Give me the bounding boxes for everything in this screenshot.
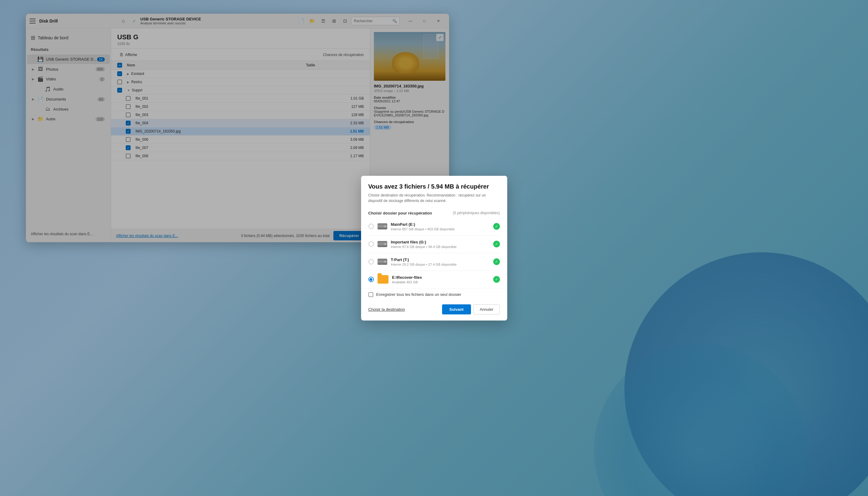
device-ok-tpart: ✓ (493, 258, 500, 265)
radio-tpart[interactable] (368, 259, 374, 264)
modal-checkbox-row: Enregistrer tous les fichiers dans un se… (361, 288, 507, 301)
devices-count: (5 périphériques disponibles) (453, 211, 500, 215)
device-detail-mainpart: Interne 857 GB disque • 403 GB disponibl… (391, 227, 489, 231)
modal-footer: Choisir la destination Suivant Annuler (361, 301, 507, 321)
modal-device-list: MainPart (E:) Interne 857 GB disque • 40… (361, 218, 507, 288)
radio-recover[interactable] (368, 277, 374, 282)
device-info-important: Important files (G:) Interne 97.6 GB dis… (391, 240, 489, 249)
recovery-modal: Vous avez 3 fichiers / 5.94 MB à récupér… (361, 176, 507, 321)
hdd-icon-mainpart (377, 223, 387, 229)
modal-header: Vous avez 3 fichiers / 5.94 MB à récupér… (361, 176, 507, 207)
choose-destination-button[interactable]: Choisir la destination (368, 307, 405, 312)
modal-btn-group: Suivant Annuler (442, 304, 500, 314)
single-folder-label: Enregistrer tous les fichiers dans un se… (376, 292, 462, 297)
device-name-tpart: T-Part (T:) (391, 258, 489, 262)
modal-title: Vous avez 3 fichiers / 5.94 MB à récupér… (368, 183, 500, 190)
device-option-important[interactable]: Important files (G:) Interne 97.6 GB dis… (368, 235, 500, 253)
next-button[interactable]: Suivant (442, 304, 471, 314)
device-ok-mainpart: ✓ (493, 223, 500, 230)
device-name-important: Important files (G:) (391, 240, 489, 244)
device-ok-important: ✓ (493, 241, 500, 247)
single-folder-checkbox[interactable] (368, 292, 373, 297)
device-ok-recover: ✓ (493, 276, 500, 283)
radio-mainpart[interactable] (368, 223, 374, 229)
cancel-button[interactable]: Annuler (473, 304, 500, 314)
folder-shape (377, 275, 388, 284)
device-name-recover: E:\Recover-files (392, 275, 489, 280)
device-detail-recover: Available 403 GB (392, 280, 489, 284)
modal-overlay[interactable]: Vous avez 3 fichiers / 5.94 MB à récupér… (0, 0, 868, 496)
device-info-tpart: T-Part (T:) Interne 29.2 GB disque • 27.… (391, 258, 489, 266)
device-option-mainpart[interactable]: MainPart (E:) Interne 857 GB disque • 40… (368, 218, 500, 235)
hdd-icon-important (377, 241, 387, 247)
device-info-mainpart: MainPart (E:) Interne 857 GB disque • 40… (391, 222, 489, 231)
device-option-recover[interactable]: E:\Recover-files Available 403 GB ✓ (368, 271, 500, 288)
device-option-tpart[interactable]: T-Part (T:) Interne 29.2 GB disque • 27.… (368, 253, 500, 271)
modal-description: Choisir destination de récupération. Rec… (368, 192, 500, 203)
choose-folder-label: Choisir dossier pour récupération (368, 211, 432, 215)
folder-icon-recover (377, 276, 388, 283)
device-info-recover: E:\Recover-files Available 403 GB (392, 275, 489, 284)
modal-section-label: Choisir dossier pour récupération (5 pér… (361, 207, 507, 218)
device-name-mainpart: MainPart (E:) (391, 222, 489, 227)
device-detail-important: Interne 97.6 GB disque • 38.4 GB disponi… (391, 245, 489, 249)
device-detail-tpart: Interne 29.2 GB disque • 27.4 GB disponi… (391, 263, 489, 266)
radio-important[interactable] (368, 241, 374, 247)
hdd-icon-tpart (377, 259, 387, 265)
